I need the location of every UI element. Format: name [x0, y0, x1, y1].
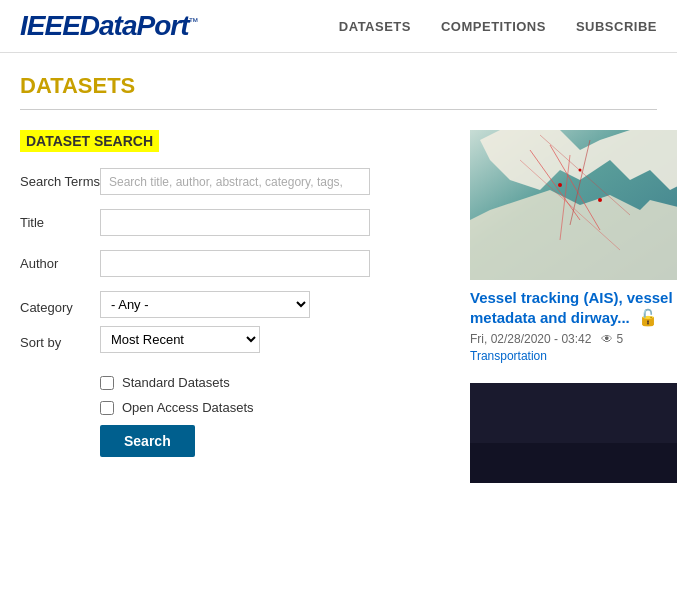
logo-dataport: DataPort [80, 10, 189, 41]
results-panel: Vessel tracking (AIS), vessel metadata a… [470, 130, 677, 503]
category-row: Category - Any - [20, 291, 440, 318]
logo-ieee: IEEE [20, 10, 80, 41]
open-access-icon: 🔓 [638, 309, 658, 326]
author-label: Author [20, 250, 100, 271]
open-access-row: Open Access Datasets [100, 400, 440, 415]
sort-label: Sort by [20, 329, 100, 350]
dark-image-svg [470, 383, 677, 483]
dataset-views-1: 👁 5 [601, 332, 623, 346]
search-terms-row: Search Terms [20, 168, 440, 195]
dataset-card-2 [470, 383, 677, 483]
author-input[interactable] [100, 250, 370, 277]
svg-point-11 [579, 169, 582, 172]
svg-point-10 [598, 198, 602, 202]
search-button[interactable]: Search [100, 425, 195, 457]
main-layout: DATASET SEARCH Search Terms Title Author… [20, 130, 657, 503]
dataset-image-1 [470, 130, 677, 280]
nav-item-subscribe[interactable]: SUBSCRIBE [576, 14, 657, 39]
sort-row: Sort by Most Recent Most Viewed Most Dow… [20, 326, 440, 353]
author-row: Author [20, 250, 440, 277]
dataset-search-label: DATASET SEARCH [20, 130, 159, 152]
logo[interactable]: IEEEDataPort™ [20, 10, 198, 42]
dataset-meta-1: Fri, 02/28/2020 - 03:42 👁 5 [470, 332, 677, 346]
standard-datasets-checkbox[interactable] [100, 376, 114, 390]
main-nav: DATASETS COMPETITIONS SUBSCRIBE [339, 14, 657, 39]
dataset-card-1: Vessel tracking (AIS), vessel metadata a… [470, 130, 677, 363]
category-label: Category [20, 294, 100, 315]
title-input[interactable] [100, 209, 370, 236]
search-terms-label: Search Terms [20, 168, 100, 189]
open-access-label[interactable]: Open Access Datasets [122, 400, 254, 415]
search-panel: DATASET SEARCH Search Terms Title Author… [20, 130, 440, 503]
eye-icon: 👁 [601, 332, 613, 346]
search-terms-input[interactable] [100, 168, 370, 195]
sort-select[interactable]: Most Recent Most Viewed Most Downloaded [100, 326, 260, 353]
svg-rect-13 [470, 443, 677, 483]
logo-trademark: ™ [189, 16, 198, 27]
standard-datasets-row: Standard Datasets [100, 375, 440, 390]
dataset-title-1[interactable]: Vessel tracking (AIS), vessel metadata a… [470, 288, 677, 328]
open-access-checkbox[interactable] [100, 401, 114, 415]
page-content: DATASETS DATASET SEARCH Search Terms Tit… [0, 53, 677, 523]
dataset-category-1[interactable]: Transportation [470, 349, 677, 363]
header: IEEEDataPort™ DATASETS COMPETITIONS SUBS… [0, 0, 677, 53]
dataset-date-1: Fri, 02/28/2020 - 03:42 [470, 332, 591, 346]
page-title: DATASETS [20, 73, 657, 110]
nav-item-competitions[interactable]: COMPETITIONS [441, 14, 546, 39]
dataset-image-2 [470, 383, 677, 483]
ais-map-svg [470, 130, 677, 280]
standard-datasets-label[interactable]: Standard Datasets [122, 375, 230, 390]
category-sort-section: Category - Any - Sort by Most Recent Mos… [20, 291, 440, 361]
title-row: Title [20, 209, 440, 236]
title-label: Title [20, 209, 100, 230]
svg-point-9 [558, 183, 562, 187]
category-select[interactable]: - Any - [100, 291, 310, 318]
nav-item-datasets[interactable]: DATASETS [339, 14, 411, 39]
